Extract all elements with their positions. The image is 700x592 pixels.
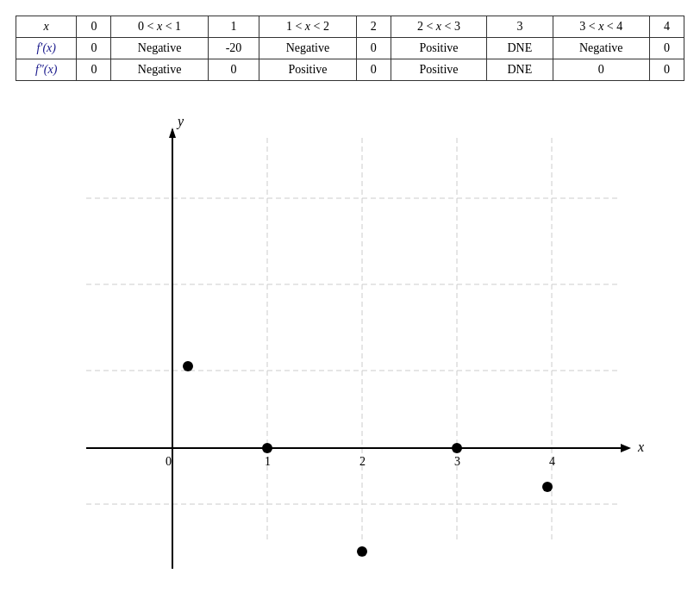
tick-0: 0	[166, 455, 172, 468]
tick-3: 3	[454, 455, 460, 468]
fdprime-label: f″(x)	[16, 59, 77, 81]
fdprime-0: 0	[77, 59, 111, 81]
fdprime-2-3: Positive	[391, 59, 487, 81]
fdprime-3: DNE	[487, 59, 553, 81]
header-x: x	[16, 16, 77, 38]
fprime-0-1: Negative	[111, 38, 208, 59]
header-4: 4	[649, 16, 684, 38]
tick-2: 2	[359, 455, 366, 468]
fprime-3: DNE	[487, 38, 553, 59]
point-1	[262, 443, 272, 453]
point-3	[452, 443, 462, 453]
header-3-4: 3 < x < 4	[553, 16, 649, 38]
coordinate-graph: x y 0 1 2 3 4	[0, 112, 700, 592]
analysis-table: x 0 0 < x < 1 1 1 < x < 2 2 2 < x < 3 3 …	[16, 16, 684, 81]
point-4	[542, 482, 553, 492]
graph-container: x y 0 1 2 3 4	[0, 112, 700, 592]
fdprime-0-1: Negative	[111, 59, 208, 81]
point-2	[357, 546, 367, 557]
fprime-2-3: Positive	[391, 38, 487, 59]
fdprime-1: 0	[208, 59, 259, 81]
header-0: 0	[77, 16, 111, 38]
fdprime-4: 0	[649, 59, 684, 81]
header-0-1: 0 < x < 1	[111, 16, 208, 38]
fprime-1-2: Negative	[259, 38, 356, 59]
fprime-3-4: Negative	[553, 38, 649, 59]
fprime-0: 0	[77, 38, 111, 59]
header-1-2: 1 < x < 2	[259, 16, 356, 38]
tick-4: 4	[549, 455, 555, 468]
table-container: x 0 0 < x < 1 1 1 < x < 2 2 2 < x < 3 3 …	[16, 16, 684, 81]
tick-1: 1	[265, 455, 271, 468]
fdprime-1-2: Positive	[259, 59, 356, 81]
svg-marker-13	[621, 444, 631, 452]
fprime-label: f′(x)	[16, 38, 77, 59]
fdprime-3-4: 0	[553, 59, 649, 81]
header-1: 1	[208, 16, 259, 38]
header-2: 2	[356, 16, 391, 38]
fdprime-2: 0	[356, 59, 391, 81]
fprime-1: -20	[208, 38, 259, 59]
header-2-3: 2 < x < 3	[391, 16, 487, 38]
header-3: 3	[487, 16, 553, 38]
point-0	[183, 361, 193, 371]
y-axis-label: y	[176, 114, 184, 129]
fprime-2: 0	[356, 38, 391, 59]
svg-marker-11	[169, 128, 176, 138]
x-axis-label: x	[637, 439, 644, 454]
fprime-4: 0	[649, 38, 684, 59]
